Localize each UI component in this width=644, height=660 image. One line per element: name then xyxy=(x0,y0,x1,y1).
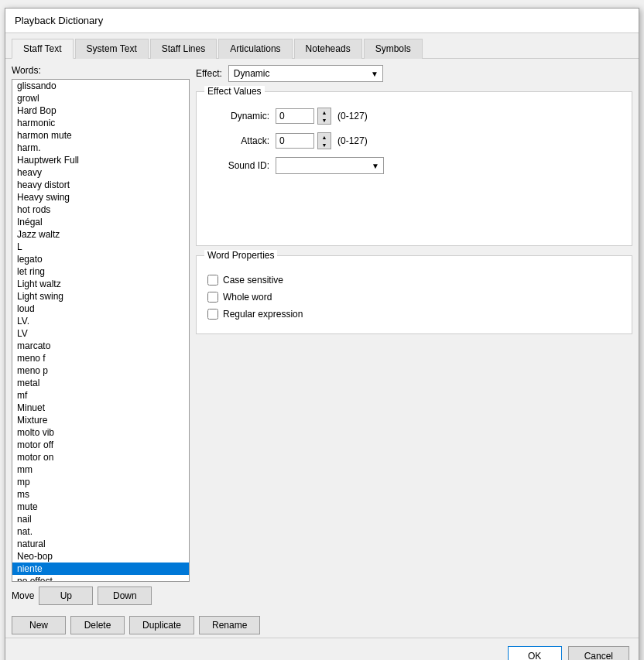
regular-expression-checkbox[interactable] xyxy=(207,309,218,320)
down-button[interactable]: Down xyxy=(98,586,152,605)
list-item[interactable]: LV. xyxy=(12,315,189,327)
attack-label: Attack: xyxy=(207,135,269,146)
tab-articulations[interactable]: Articulations xyxy=(218,39,292,59)
ok-button[interactable]: OK xyxy=(508,646,562,660)
list-item[interactable]: Jazz waltz xyxy=(12,228,189,241)
list-item[interactable]: heavy xyxy=(12,166,189,179)
case-sensitive-label: Case sensitive xyxy=(223,275,283,286)
dynamic-down-btn[interactable]: ▼ xyxy=(318,116,331,124)
rename-button[interactable]: Rename xyxy=(199,616,260,634)
right-panel: Effect: Dynamic Tempo None Effect Values… xyxy=(196,65,632,605)
list-item[interactable]: motor on xyxy=(12,451,189,463)
list-item[interactable]: harmon mute xyxy=(12,129,189,142)
list-item[interactable]: Hauptwerk Full xyxy=(12,154,189,166)
tab-noteheads[interactable]: Noteheads xyxy=(294,39,362,59)
list-item[interactable]: LV xyxy=(12,327,189,340)
list-item[interactable]: marcato xyxy=(12,340,189,352)
list-item[interactable]: Light waltz xyxy=(12,278,189,290)
whole-word-checkbox[interactable] xyxy=(207,292,218,303)
effect-values-title: Effect Values xyxy=(204,86,265,97)
tab-system-text[interactable]: System Text xyxy=(75,39,149,59)
list-item[interactable]: L xyxy=(12,241,189,253)
bottom-buttons-row: New Delete Duplicate Rename xyxy=(5,616,639,634)
list-item[interactable]: Light swing xyxy=(12,290,189,303)
dialog-title: Playback Dictionary xyxy=(5,9,639,33)
tab-staff-text[interactable]: Staff Text xyxy=(12,39,74,59)
attack-input[interactable] xyxy=(276,133,314,149)
list-item[interactable]: let ring xyxy=(12,265,189,278)
list-item[interactable]: mf xyxy=(12,389,189,402)
words-list[interactable]: glissandogrowlHard Bopharmonicharmon mut… xyxy=(12,79,190,582)
list-item[interactable]: harm. xyxy=(12,142,189,154)
list-item[interactable]: legato xyxy=(12,253,189,265)
list-item[interactable]: Inégal xyxy=(12,216,189,228)
sound-id-row: Sound ID: xyxy=(207,157,621,174)
list-item[interactable]: Mixture xyxy=(12,414,189,426)
list-item[interactable]: Minuet xyxy=(12,402,189,414)
list-item[interactable]: no effect xyxy=(12,575,189,582)
attack-up-btn[interactable]: ▲ xyxy=(318,133,331,141)
list-item[interactable]: Neo-bop xyxy=(12,550,189,563)
effect-values-group: Effect Values Dynamic: ▲ ▼ (0-127) Attac… xyxy=(196,91,632,246)
effect-select-wrapper[interactable]: Dynamic Tempo None xyxy=(228,65,383,82)
list-item[interactable]: meno f xyxy=(12,352,189,364)
tab-staff-lines[interactable]: Staff Lines xyxy=(150,39,217,59)
dialog-footer: OK Cancel xyxy=(5,638,639,660)
delete-button[interactable]: Delete xyxy=(70,616,125,634)
attack-spinner-buttons: ▲ ▼ xyxy=(317,132,331,149)
dynamic-range: (0-127) xyxy=(337,111,368,121)
list-item[interactable]: harmonic xyxy=(12,117,189,129)
effect-select[interactable]: Dynamic Tempo None xyxy=(228,65,383,82)
dynamic-spinner-buttons: ▲ ▼ xyxy=(317,108,331,125)
list-item[interactable]: Hard Bop xyxy=(12,104,189,117)
list-item[interactable]: molto vib xyxy=(12,426,189,439)
list-item[interactable]: ms xyxy=(12,488,189,501)
list-item[interactable]: growl xyxy=(12,92,189,104)
list-item[interactable]: mp xyxy=(12,476,189,488)
whole-word-label: Whole word xyxy=(223,292,272,303)
dynamic-input[interactable] xyxy=(276,108,314,124)
list-item[interactable]: mm xyxy=(12,463,189,476)
attack-spinner: ▲ ▼ xyxy=(276,132,331,149)
attack-row: Attack: ▲ ▼ (0-127) xyxy=(207,132,621,149)
list-item[interactable]: niente xyxy=(12,563,189,575)
word-properties-group: Word Properties Case sensitive Whole wor… xyxy=(196,255,632,334)
list-item[interactable]: heavy distort xyxy=(12,179,189,191)
list-item[interactable]: hot rods xyxy=(12,203,189,216)
list-item[interactable]: natural xyxy=(12,538,189,550)
dynamic-row: Dynamic: ▲ ▼ (0-127) xyxy=(207,108,621,125)
list-item[interactable]: mute xyxy=(12,501,189,513)
playback-dictionary-dialog: Playback Dictionary Staff Text System Te… xyxy=(5,8,639,660)
duplicate-button[interactable]: Duplicate xyxy=(129,616,194,634)
new-button[interactable]: New xyxy=(12,616,66,634)
regular-expression-row: Regular expression xyxy=(207,309,621,320)
cancel-button[interactable]: Cancel xyxy=(568,646,629,660)
words-label: Words: xyxy=(12,65,190,76)
list-item[interactable]: nat. xyxy=(12,525,189,538)
list-item[interactable]: nail xyxy=(12,513,189,525)
move-buttons-row: Move Up Down xyxy=(12,586,190,605)
tab-bar: Staff Text System Text Staff Lines Artic… xyxy=(5,33,639,59)
list-item[interactable]: glissando xyxy=(12,80,189,92)
effect-label: Effect: xyxy=(196,68,222,79)
case-sensitive-row: Case sensitive xyxy=(207,275,621,286)
case-sensitive-checkbox[interactable] xyxy=(207,275,218,286)
list-item[interactable]: Heavy swing xyxy=(12,191,189,203)
main-content: Words: glissandogrowlHard Bopharmonichar… xyxy=(5,59,639,611)
tab-symbols[interactable]: Symbols xyxy=(364,39,423,59)
sound-id-select[interactable] xyxy=(276,157,384,174)
attack-range: (0-127) xyxy=(337,135,368,146)
sound-id-select-wrapper[interactable] xyxy=(276,157,384,174)
list-item[interactable]: loud xyxy=(12,303,189,315)
list-item[interactable]: metal xyxy=(12,377,189,389)
move-label: Move xyxy=(12,590,34,601)
list-item[interactable]: motor off xyxy=(12,439,189,451)
up-button[interactable]: Up xyxy=(39,586,93,605)
dynamic-up-btn[interactable]: ▲ xyxy=(318,108,331,116)
whole-word-row: Whole word xyxy=(207,292,621,303)
regular-expression-label: Regular expression xyxy=(223,309,303,320)
list-item[interactable]: meno p xyxy=(12,364,189,377)
dynamic-label: Dynamic: xyxy=(207,111,269,121)
sound-id-label: Sound ID: xyxy=(207,160,269,171)
attack-down-btn[interactable]: ▼ xyxy=(318,141,331,149)
